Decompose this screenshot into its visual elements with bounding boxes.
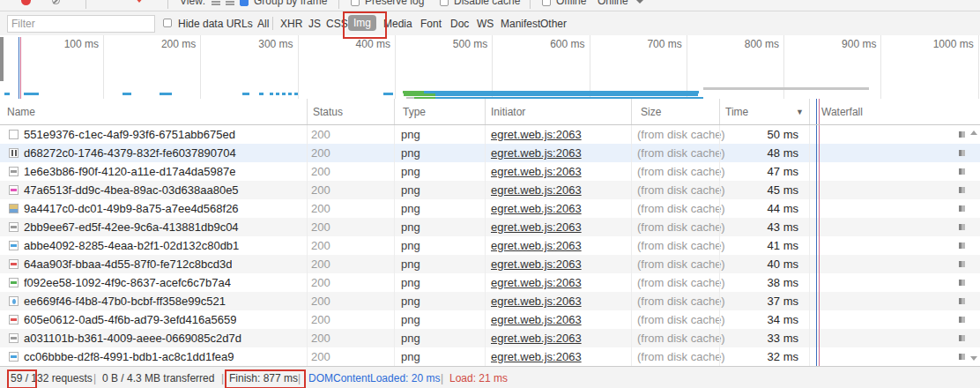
timeline-tick-label: 600 ms <box>528 38 585 50</box>
column-header-name[interactable]: Name <box>7 106 35 118</box>
time-cell: 44 ms <box>719 199 798 218</box>
filter-tab-doc[interactable]: Doc <box>450 18 469 30</box>
status-cell: 200 <box>311 292 330 310</box>
waterfall-bar <box>959 205 965 212</box>
column-border <box>307 125 308 366</box>
dcl-event-line <box>19 37 19 99</box>
network-overview[interactable]: 100 ms200 ms300 ms400 ms500 ms600 ms700 … <box>0 35 980 100</box>
size-cell: (from disk cache) <box>637 347 725 366</box>
clear-icon[interactable] <box>52 0 60 4</box>
type-cell: png <box>401 162 420 181</box>
view-list-icon[interactable] <box>226 0 234 6</box>
load-event-line <box>20 37 21 99</box>
table-row[interactable]: 1e6e3b86-f90f-4120-a11e-d17a4da5987e200p… <box>0 162 980 181</box>
color-bar-glyph <box>11 226 17 228</box>
table-row[interactable]: d68272c0-1746-4379-832f-fe6037890704200p… <box>0 144 980 162</box>
timeline-tick-label: 100 ms <box>41 38 99 50</box>
request-name: abbe4092-8285-4eaa-b2f1-02d132c80db1 <box>24 236 239 255</box>
overview-request-bar <box>242 93 249 95</box>
filter-tab-font[interactable]: Font <box>420 18 442 30</box>
filter-tab-ws[interactable]: WS <box>477 18 494 30</box>
filter-tab-media[interactable]: Media <box>383 18 412 30</box>
initiator-link[interactable]: egret.web.js:2063 <box>491 310 582 329</box>
table-row[interactable]: 605e0612-0ad5-4f6b-ad79-3efd416a5659200p… <box>0 310 980 329</box>
network-summary-bar: 59 / 132 requests|0 B / 4.3 MB transferr… <box>0 366 980 388</box>
type-cell: png <box>401 273 420 292</box>
file-preview-icon <box>9 167 19 176</box>
status-cell: 200 <box>311 162 330 181</box>
color-bar-glyph <box>11 355 17 358</box>
table-row[interactable]: f092ee58-1092-4f9c-8637-acefc6c7b7a4200p… <box>0 273 980 292</box>
time-cell: 50 ms <box>719 125 798 144</box>
table-row[interactable]: ee669f46-f4b8-47b0-bcbf-ff358e99c521200p… <box>0 292 980 310</box>
hide-data-urls-checkbox[interactable] <box>163 19 172 27</box>
record-icon[interactable] <box>21 0 31 5</box>
initiator-link[interactable]: egret.web.js:2063 <box>491 329 582 347</box>
table-row[interactable]: 2bb9ee67-ed5f-42ee-9c6a-413881db9c04200p… <box>0 218 980 236</box>
waterfall-bar <box>959 335 965 341</box>
size-cell: (from disk cache) <box>637 310 725 329</box>
request-name: f092ee58-1092-4f9c-8637-acefc6c7b7a4 <box>24 273 231 292</box>
column-header-status[interactable]: Status <box>313 106 343 118</box>
initiator-link[interactable]: egret.web.js:2063 <box>491 218 582 236</box>
status-cell: 200 <box>311 255 330 273</box>
throttling-select[interactable]: Online <box>598 0 628 7</box>
filter-tab-manifest[interactable]: Manifest <box>501 18 540 30</box>
column-header-size[interactable]: Size <box>641 106 661 118</box>
filter-tab-js[interactable]: JS <box>308 18 321 30</box>
table-row[interactable]: cc06bbbe-d2f8-4991-bdb1-ac8c1dd1fea9200p… <box>0 347 980 366</box>
table-row[interactable]: abbe4092-8285-4eaa-b2f1-02d132c80db1200p… <box>0 236 980 255</box>
column-header-type[interactable]: Type <box>403 106 426 118</box>
filter-tab-img[interactable]: Img <box>348 15 376 31</box>
column-border <box>809 99 810 124</box>
table-row[interactable]: 47a6513f-dd9c-4bea-89ac-03d638aa80e5200p… <box>0 181 980 199</box>
footer-load-time: Load: 21 ms <box>449 372 508 384</box>
initiator-link[interactable]: egret.web.js:2063 <box>491 181 582 199</box>
column-header-time[interactable]: Time <box>725 106 748 118</box>
initiator-link[interactable]: egret.web.js:2063 <box>491 236 582 255</box>
initiator-link[interactable]: egret.web.js:2063 <box>491 199 582 218</box>
table-row[interactable]: a031101b-b361-4009-aeee-0669085c2d7d200p… <box>0 329 980 347</box>
disable-cache-checkbox[interactable] <box>440 0 449 6</box>
initiator-link[interactable]: egret.web.js:2063 <box>491 162 582 181</box>
view-grid-icon[interactable] <box>212 0 220 6</box>
load-event-line <box>819 99 820 124</box>
initiator-link[interactable]: egret.web.js:2063 <box>491 144 582 162</box>
overview-request-bar <box>122 93 131 95</box>
view-label: View: <box>180 0 205 7</box>
filter-tab-xhr[interactable]: XHR <box>280 18 302 30</box>
toolbar-divider <box>530 0 531 9</box>
offline-checkbox[interactable] <box>542 0 551 6</box>
table-row[interactable]: 64aa903f-bbaa-4d55-87f0-fe712c8bcd3d200p… <box>0 255 980 273</box>
filter-input[interactable] <box>7 15 155 33</box>
initiator-link[interactable]: egret.web.js:2063 <box>491 292 582 310</box>
table-row[interactable]: 9a4417c0-dc01-49b9-8a75-a7ee4d568f26200p… <box>0 199 980 218</box>
table-row[interactable]: 551e9376-c1ec-4af9-93f6-6751abb675ed200p… <box>0 125 980 144</box>
color-bar-glyph <box>11 189 17 191</box>
scrollbar-down-arrow[interactable] <box>970 356 977 361</box>
column-header-initiator[interactable]: Initiator <box>491 106 525 118</box>
type-cell: png <box>401 255 420 273</box>
devtools-main-toolbar: View: Group by frame Preserve log Disabl… <box>0 0 980 11</box>
filter-tab-css[interactable]: CSS <box>326 18 348 30</box>
sort-indicator-icon: ▼ <box>796 108 804 116</box>
color-bar-glyph <box>11 318 17 321</box>
initiator-link[interactable]: egret.web.js:2063 <box>491 255 582 273</box>
filter-tab-all[interactable]: All <box>257 18 269 30</box>
scrollbar-up-arrow[interactable] <box>970 131 977 135</box>
preserve-log-label: Preserve log <box>365 0 424 7</box>
column-header-waterfall[interactable]: Waterfall <box>821 106 863 118</box>
initiator-link[interactable]: egret.web.js:2063 <box>491 125 582 144</box>
filter-tab-other[interactable]: Other <box>540 18 567 30</box>
time-cell: 40 ms <box>719 255 798 273</box>
footer-separator: | <box>441 372 443 384</box>
file-preview-icon <box>9 148 19 158</box>
initiator-link[interactable]: egret.web.js:2063 <box>491 273 582 292</box>
preserve-log-checkbox[interactable] <box>351 0 360 6</box>
initiator-link[interactable]: egret.web.js:2063 <box>491 347 582 366</box>
filter-toggle-icon[interactable] <box>135 0 144 3</box>
waterfall-bar <box>959 150 965 156</box>
toolbar-divider <box>85 0 86 9</box>
group-by-frame-checkbox[interactable] <box>240 0 249 6</box>
timeline-gridline <box>200 35 201 99</box>
